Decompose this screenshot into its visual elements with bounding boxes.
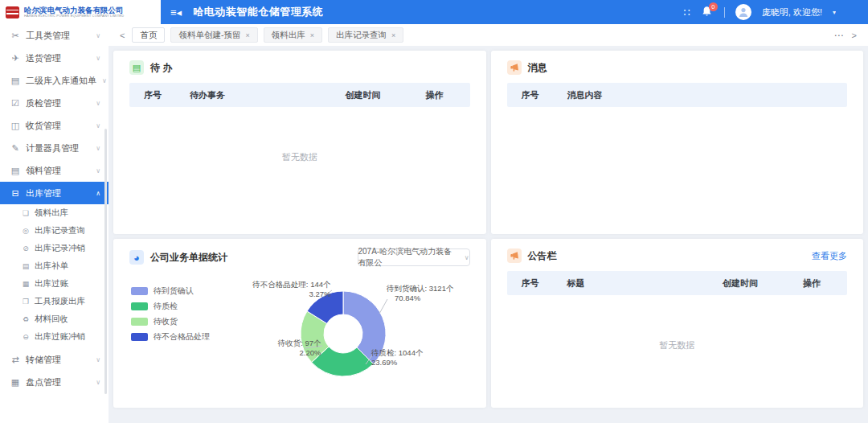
chevron-up-icon: ∧ xyxy=(96,190,100,197)
column-header: 创建时间 xyxy=(346,89,426,101)
user-greeting[interactable]: 庞晓明, 欢迎您! xyxy=(762,6,822,18)
sidebar-subitem-scrap-outbound[interactable]: ❐ 工具报废出库 xyxy=(0,293,108,310)
chevron-down-icon: ∨ xyxy=(96,145,100,152)
close-icon[interactable]: × xyxy=(245,31,249,39)
sidebar-subitem-label: 出库补单 xyxy=(35,261,68,272)
slice-label-percent: 23.69% xyxy=(371,358,423,368)
sidebar-subitem-record-reverse[interactable]: ⊘ 出库记录冲销 xyxy=(0,240,108,257)
megaphone-glyph xyxy=(510,63,519,72)
sidebar-subitem-material-outbound[interactable]: ❏ 领料出库 xyxy=(0,204,108,222)
supplement-icon: ▤ xyxy=(22,262,30,270)
sidebar-subitem-label: 领料出库 xyxy=(35,207,68,219)
view-more-link[interactable]: 查看更多 xyxy=(812,250,847,262)
slice-label-inspect: 待质检: 1044个 23.69% xyxy=(371,348,423,367)
slice-label-unqualified: 待不合格品处理: 144个 3.27% xyxy=(252,280,330,298)
messages-panel: 消息 序号 消息内容 xyxy=(491,51,864,234)
sidebar-item-outbound[interactable]: ⊟ 出库管理 ∧ xyxy=(0,182,108,204)
sidebar-subitem-label: 工具报废出库 xyxy=(35,296,85,307)
chevron-down-icon: ∨ xyxy=(96,32,100,39)
sidebar-item-material-request[interactable]: ▤ 领料管理 ∨ xyxy=(0,159,108,182)
sidebar-item-receiving[interactable]: ◫ 收货管理 ∨ xyxy=(0,114,108,137)
main-area: < 首页 领料单创建-预留 × 领料出库 × 出库记录查询 × ⋯ > ▤ 待 … xyxy=(108,24,868,423)
sidebar-subitem-posting[interactable]: ▦ 出库过账 xyxy=(0,275,108,293)
tab-material-create[interactable]: 领料单创建-预留 × xyxy=(170,27,257,43)
sidebar-subitem-material-recycle[interactable]: ♻ 材料回收 xyxy=(0,310,108,328)
inbound-notice-icon: ▤ xyxy=(10,76,20,86)
slice-label-text: 待不合格品处理: 144个 xyxy=(252,280,330,290)
apps-grid-icon[interactable]: ∷ xyxy=(684,7,690,18)
tab-scroll-right-icon[interactable]: > xyxy=(850,31,858,40)
megaphone-icon xyxy=(507,248,522,263)
record-query-icon: ◎ xyxy=(22,227,30,235)
sidebar-item-label: 领料管理 xyxy=(26,165,61,177)
dashboard-grid: ▤ 待 办 序号 待办事务 创建时间 操作 暂无数据 xyxy=(108,46,868,423)
megaphone-glyph xyxy=(510,251,519,261)
user-avatar[interactable] xyxy=(735,4,751,20)
sidebar-subitem-label: 出库过账冲销 xyxy=(35,331,85,343)
column-header: 序号 xyxy=(507,277,567,290)
tab-label: 领料单创建-预留 xyxy=(178,30,240,41)
slice-label-text: 待质检: 1044个 xyxy=(371,348,423,358)
tab-home[interactable]: 首页 xyxy=(132,27,165,43)
slice-label-receive: 待收货: 97个 2.20% xyxy=(278,339,321,357)
column-header: 序号 xyxy=(507,89,567,101)
slice-label-percent: 70.84% xyxy=(387,294,453,303)
column-header: 标题 xyxy=(567,277,723,290)
quality-check-icon: ☑ xyxy=(10,98,20,109)
company-select-value: 207A-哈尔滨电气动力装备有限公 xyxy=(358,246,460,269)
slice-label-percent: 3.27% xyxy=(252,290,330,299)
notification-bell-icon[interactable]: 0 xyxy=(701,6,714,18)
sidebar-item-measuring[interactable]: ✎ 计量器具管理 ∨ xyxy=(0,137,108,159)
chevron-down-icon: ∨ xyxy=(96,167,100,175)
tab-bar: < 首页 领料单创建-预留 × 领料出库 × 出库记录查询 × ⋯ > xyxy=(108,24,868,46)
sidebar-item-stocktake[interactable]: ▦ 盘点管理 ∨ xyxy=(0,371,108,393)
system-title: 哈电动装智能仓储管理系统 xyxy=(193,5,323,19)
sidebar-subitem-posting-reverse[interactable]: ⊖ 出库过账冲销 xyxy=(0,328,108,346)
sidebar-item-delivery[interactable]: ✈ 送货管理 ∨ xyxy=(0,47,108,69)
tools-icon: ✂ xyxy=(10,31,20,41)
tab-material-outbound[interactable]: 领料出库 × xyxy=(264,27,322,43)
sidebar-subitem-label: 出库记录查询 xyxy=(35,225,85,236)
messages-table-header: 序号 消息内容 xyxy=(507,83,848,107)
person-icon xyxy=(738,6,749,18)
collapse-menu-icon[interactable]: ≡◂ xyxy=(170,6,182,18)
todo-table-header: 序号 待办事务 创建时间 操作 xyxy=(129,83,470,107)
tab-record-query[interactable]: 出库记录查询 × xyxy=(328,27,403,43)
sidebar-item-transfer[interactable]: ⇄ 转储管理 ∨ xyxy=(0,348,108,371)
bulletin-table-header: 序号 标题 创建时间 操作 xyxy=(507,271,848,295)
sidebar-item-inbound-notice[interactable]: ▤ 二级库入库通知单 ∨ xyxy=(0,69,108,92)
close-icon[interactable]: × xyxy=(391,31,395,39)
sidebar-item-label: 质检管理 xyxy=(26,97,61,109)
sidebar-item-label: 工具类管理 xyxy=(26,30,70,42)
sidebar-item-label: 出库管理 xyxy=(26,187,61,199)
column-header: 操作 xyxy=(426,89,470,101)
outbound-icon: ⊟ xyxy=(10,188,20,199)
chevron-down-icon: ∨ xyxy=(465,254,469,261)
todo-panel: ▤ 待 办 序号 待办事务 创建时间 操作 暂无数据 xyxy=(113,51,486,234)
bulletin-panel: 公告栏 查看更多 序号 标题 创建时间 操作 暂无数据 xyxy=(491,239,864,408)
tab-more-icon[interactable]: ⋯ xyxy=(834,30,845,41)
material-outbound-icon: ❏ xyxy=(22,209,30,217)
measuring-tools-icon: ✎ xyxy=(10,143,20,154)
chevron-down-icon: ∨ xyxy=(102,77,107,84)
slice-label-text: 待收货: 97个 xyxy=(278,339,321,348)
tab-label: 首页 xyxy=(140,30,157,41)
sidebar-subitem-label: 材料回收 xyxy=(35,314,68,325)
sidebar-subitem-record-query[interactable]: ◎ 出库记录查询 xyxy=(0,222,108,240)
company-select[interactable]: 207A-哈尔滨电气动力装备有限公 ∨ xyxy=(358,248,470,266)
chevron-down-icon: ∨ xyxy=(96,100,100,107)
chevron-down-icon: ∨ xyxy=(96,55,100,62)
sidebar-item-quality[interactable]: ☑ 质检管理 ∨ xyxy=(0,92,108,114)
close-icon[interactable]: × xyxy=(310,31,314,39)
panel-title: 公告栏 xyxy=(528,249,557,263)
sidebar-subitem-supplement[interactable]: ▤ 出库补单 xyxy=(0,257,108,275)
user-menu-caret-icon[interactable]: ▾ xyxy=(833,9,836,16)
chevron-down-icon: ∨ xyxy=(96,356,100,363)
sidebar-item-label: 二级库入库通知单 xyxy=(26,75,96,87)
column-header: 待办事务 xyxy=(190,89,346,101)
empty-placeholder: 暂无数据 xyxy=(507,339,848,351)
sidebar: ✂ 工具类管理 ∨ ✈ 送货管理 ∨ ▤ 二级库入库通知单 ∨ ☑ 质检管理 ∨… xyxy=(0,24,108,423)
megaphone-icon xyxy=(507,60,522,75)
tab-scroll-left-icon[interactable]: < xyxy=(118,31,126,40)
sidebar-item-tools[interactable]: ✂ 工具类管理 ∨ xyxy=(0,24,108,47)
